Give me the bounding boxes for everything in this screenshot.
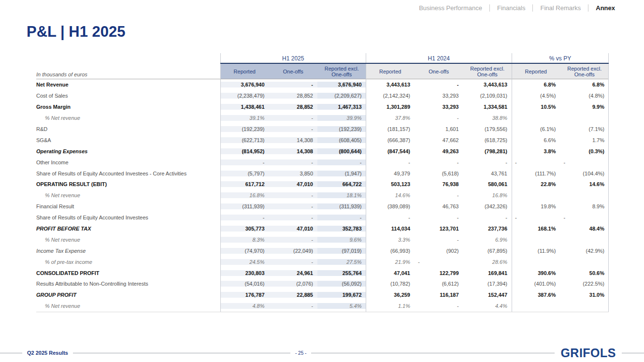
row-label: % Net revenue	[36, 237, 220, 243]
value-cell: 48.4%	[560, 226, 609, 232]
value-cell: (7.1%)	[560, 126, 609, 132]
value-cell: 9.6%	[317, 237, 366, 243]
value-cell: -	[366, 159, 415, 165]
value-cell: -	[269, 203, 318, 209]
value-cell: 6.8%	[560, 82, 609, 87]
value-cell: (17,394)	[463, 281, 512, 287]
row-label: Share of Results of Equity Accounted Inv…	[36, 215, 220, 220]
value-cell: 36,259	[366, 292, 415, 298]
value-cell: -	[269, 215, 318, 220]
value-cell: -	[269, 303, 318, 309]
value-cell: 46,763	[415, 203, 463, 209]
value-cell: (798,281)	[463, 148, 512, 154]
footer-line	[622, 353, 644, 353]
value-cell: -	[415, 192, 463, 198]
value-cell: -	[415, 259, 463, 265]
value-cell: (401.0%)	[512, 281, 560, 287]
table-bottom-rule	[36, 312, 609, 312]
column-header: Reported excl. One-offs	[560, 64, 609, 79]
value-cell: 3.8%	[512, 148, 560, 154]
row-label: % Net revenue	[36, 303, 220, 309]
row-label: % Net revenue	[36, 192, 220, 198]
value-cell: -	[560, 215, 609, 220]
value-cell: 49,379	[366, 171, 415, 176]
value-cell: -	[366, 215, 415, 220]
row-label: % of pre-tax income	[36, 259, 220, 265]
value-cell: 199,672	[317, 292, 366, 298]
value-cell: (97,019)	[317, 248, 366, 254]
value-cell: (4.5%)	[512, 93, 560, 99]
value-cell: 9.9%	[560, 104, 609, 110]
value-cell: -	[463, 159, 512, 165]
value-cell: 168.1%	[512, 226, 560, 232]
footer: Q2 2025 Results - 25 - GRIFOLS	[0, 346, 644, 360]
footer-line	[311, 353, 555, 353]
value-cell: (800,644)	[317, 148, 366, 154]
footer-line	[73, 353, 290, 353]
table-row: Operating Expenses(814,952)14,308(800,64…	[36, 145, 609, 157]
group-header-h1-2025: H1 2025	[220, 53, 366, 64]
value-cell: 33,293	[415, 104, 463, 110]
table-group-header: H1 2025H1 2024% vs PY	[36, 53, 609, 64]
value-cell: (622,713)	[220, 137, 269, 143]
value-cell: (67,895)	[463, 248, 512, 254]
value-cell: (54,016)	[220, 281, 269, 287]
value-cell: 3,443,613	[366, 82, 415, 87]
value-cell: (222.5%)	[560, 281, 609, 287]
section-divider	[608, 53, 609, 312]
value-cell: 580,061	[463, 181, 512, 187]
pl-table: H1 2025H1 2024% vs PY In thousands of eu…	[36, 53, 609, 312]
value-cell: -	[269, 126, 318, 132]
value-cell: 19.8%	[512, 203, 560, 209]
value-cell: 390.6%	[512, 270, 560, 276]
value-cell: -	[269, 115, 318, 121]
value-cell: 1,601	[415, 126, 463, 132]
column-header: Reported excl. One-offs	[463, 64, 512, 79]
value-cell: (42.9%)	[560, 248, 609, 254]
page-number: - 25 -	[295, 350, 306, 356]
value-cell: 24,961	[269, 270, 318, 276]
value-cell: -	[512, 215, 560, 220]
value-cell: 18.1%	[317, 192, 366, 198]
value-cell: (2,109,031)	[463, 93, 512, 99]
footer-deck-title: Q2 2025 Results	[27, 350, 68, 356]
value-cell: 47,010	[269, 226, 318, 232]
row-label: R&D	[36, 126, 220, 132]
value-cell: 47,662	[415, 137, 463, 143]
value-cell: 24.5%	[220, 259, 269, 265]
value-cell: (111.7%)	[512, 171, 560, 176]
page-title: P&L | H1 2025	[27, 23, 126, 41]
nav-item-business-performance[interactable]: Business Performance	[419, 4, 482, 12]
value-cell: 237,736	[463, 226, 512, 232]
footer-line	[0, 353, 22, 353]
table-rows: Net Revenue3,676,940-3,676,9403,443,613-…	[36, 79, 609, 312]
value-cell: (179,556)	[463, 126, 512, 132]
value-cell: -	[415, 303, 463, 309]
value-cell: 43,761	[463, 171, 512, 176]
top-nav: Business PerformanceFinancialsFinal Rema…	[412, 4, 615, 12]
table-row: Results Attributable to Non-Controlling …	[36, 278, 609, 290]
nav-item-financials[interactable]: Financials	[497, 4, 526, 12]
value-cell: (847,544)	[366, 148, 415, 154]
value-cell: 230,803	[220, 270, 269, 276]
value-cell: 123,701	[415, 226, 463, 232]
value-cell: 122,799	[415, 270, 463, 276]
value-cell: (2,076)	[269, 281, 318, 287]
value-cell: (5,797)	[220, 171, 269, 176]
value-cell: 8.9%	[560, 203, 609, 209]
value-cell: 10.5%	[512, 104, 560, 110]
column-header: Reported	[512, 64, 560, 79]
slide: Business PerformanceFinancialsFinal Rema…	[0, 0, 644, 362]
value-cell: (1,947)	[317, 171, 366, 176]
value-cell: -	[415, 237, 463, 243]
table-row: R&D(192,239)-(192,239)(181,157)1,601(179…	[36, 124, 609, 135]
value-cell: -	[512, 159, 560, 165]
value-cell: -	[560, 159, 609, 165]
nav-item-annex[interactable]: Annex	[596, 4, 615, 12]
value-cell: 503,123	[366, 181, 415, 187]
value-cell: 39.9%	[317, 115, 366, 121]
value-cell: 22.8%	[512, 181, 560, 187]
value-cell: (311,939)	[220, 203, 269, 209]
value-cell: (104.4%)	[560, 171, 609, 176]
nav-item-final-remarks[interactable]: Final Remarks	[540, 4, 581, 12]
